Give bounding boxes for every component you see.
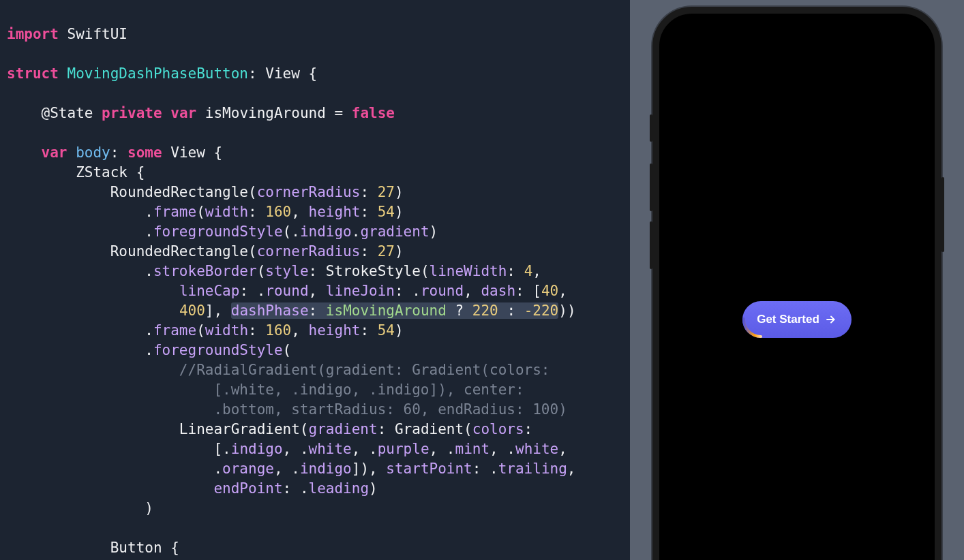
- phone-side-button: [942, 177, 944, 252]
- comment-line: [.white, .indigo, .indigo]), center:: [7, 382, 524, 398]
- comment-line: //RadialGradient(gradient: Gradient(colo…: [7, 362, 550, 378]
- kw-import: import: [7, 26, 59, 42]
- phone-side-button: [650, 114, 652, 142]
- kw-struct: struct: [7, 65, 59, 82]
- phone-side-button: [650, 221, 652, 269]
- get-started-button[interactable]: Get Started: [742, 301, 852, 338]
- kw-private: private: [102, 105, 162, 121]
- get-started-component: Get Started: [742, 301, 852, 338]
- preview-pane: Get Started: [630, 0, 964, 560]
- code-editor[interactable]: import SwiftUI struct MovingDashPhaseBut…: [0, 0, 630, 560]
- selection-highlight: dashPhase: isMovingAround ? 220 : -220: [231, 302, 559, 319]
- phone-side-button: [650, 164, 652, 211]
- get-started-label: Get Started: [757, 313, 819, 326]
- comment-line: .bottom, startRadius: 60, endRadius: 100…: [7, 401, 567, 418]
- phone-frame: Get Started: [652, 7, 942, 560]
- arrow-right-icon: [825, 313, 837, 326]
